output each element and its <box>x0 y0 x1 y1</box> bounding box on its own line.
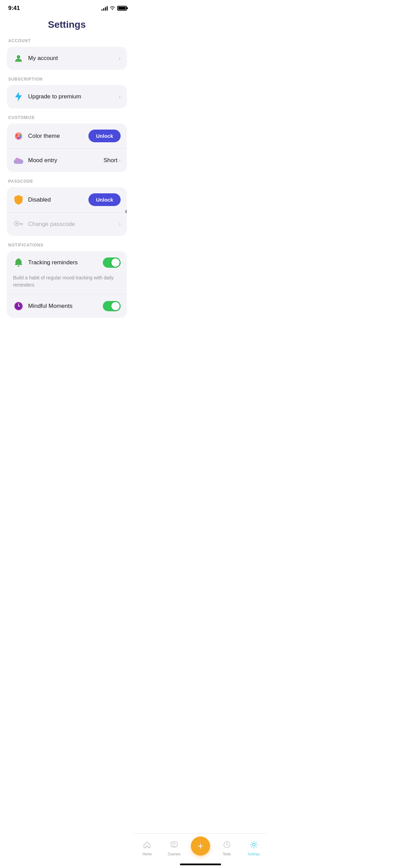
color-theme-row[interactable]: Color theme Unlock <box>7 123 127 148</box>
my-account-chevron: › <box>119 55 121 61</box>
page-title: Settings <box>0 14 134 37</box>
bell-icon <box>13 257 24 268</box>
svg-rect-15 <box>20 224 21 225</box>
passcode-disabled-label: Disabled <box>28 196 88 203</box>
signal-icon <box>101 6 108 11</box>
change-passcode-label: Change passcode <box>28 221 119 228</box>
svg-point-7 <box>16 136 18 138</box>
svg-point-12 <box>16 222 18 225</box>
account-card: My account › <box>7 47 127 70</box>
svg-point-6 <box>18 137 20 139</box>
section-label-passcode: PASSCODE <box>7 179 127 184</box>
subscription-card: Upgrade to premium › <box>7 85 127 108</box>
mood-entry-label: Mood entry <box>28 157 104 164</box>
tracking-reminders-toggle[interactable] <box>103 257 121 268</box>
svg-point-2 <box>16 134 18 136</box>
svg-point-3 <box>18 133 20 135</box>
svg-point-5 <box>20 136 21 138</box>
section-label-subscription: SUBSCRIPTION <box>7 77 127 82</box>
svg-point-4 <box>20 134 21 136</box>
status-time: 9:41 <box>8 5 20 12</box>
upgrade-label: Upgrade to premium <box>28 93 119 100</box>
mood-entry-value: Short <box>104 157 118 164</box>
mood-entry-chevron: › <box>119 157 121 164</box>
shield-icon <box>13 194 24 205</box>
cloud-icon <box>13 155 24 166</box>
section-label-customize: CUSTOMIZE <box>7 115 127 120</box>
notifications-card: Tracking reminders Build a habit of regu… <box>7 251 127 318</box>
mindful-moments-toggle[interactable] <box>103 301 121 311</box>
settings-content: ACCOUNT My account › SUBSCRIPTION Upgrad… <box>0 38 134 358</box>
tracking-reminders-label: Tracking reminders <box>28 259 103 266</box>
change-passcode-row: Change passcode › <box>7 212 127 236</box>
change-passcode-chevron: › <box>119 221 121 227</box>
svg-point-10 <box>18 159 22 162</box>
status-icons <box>101 5 127 11</box>
my-account-row[interactable]: My account › <box>7 47 127 70</box>
upgrade-chevron: › <box>119 94 121 100</box>
tracking-reminders-description: Build a habit of regular mood tracking w… <box>7 274 127 294</box>
status-bar: 9:41 <box>0 0 134 14</box>
color-theme-unlock-button[interactable]: Unlock <box>88 130 121 142</box>
svg-rect-19 <box>18 306 20 306</box>
scroll-indicator <box>125 210 127 213</box>
upgrade-premium-row[interactable]: Upgrade to premium › <box>7 85 127 108</box>
customize-card: Color theme Unlock Mood entry Short › <box>7 123 127 172</box>
passcode-disabled-row[interactable]: Disabled Unlock <box>7 187 127 212</box>
mindful-moments-label: Mindful Moments <box>28 303 103 310</box>
mindful-moments-row[interactable]: Mindful Moments <box>7 294 127 318</box>
color-theme-label: Color theme <box>28 133 88 140</box>
svg-rect-13 <box>19 223 23 224</box>
key-icon <box>13 219 24 230</box>
passcode-card: Disabled Unlock Change passcode › <box>7 187 127 236</box>
svg-point-0 <box>17 55 20 59</box>
tracking-reminders-row[interactable]: Tracking reminders <box>7 251 127 274</box>
section-label-notifications: NOTIFICATIONS <box>7 243 127 248</box>
lightning-icon <box>13 91 24 102</box>
clock-icon <box>13 301 24 312</box>
section-label-account: ACCOUNT <box>7 38 127 43</box>
palette-icon <box>13 131 24 142</box>
svg-rect-14 <box>22 224 23 226</box>
passcode-unlock-button[interactable]: Unlock <box>88 193 121 206</box>
my-account-label: My account <box>28 55 119 62</box>
mood-entry-row[interactable]: Mood entry Short › <box>7 148 127 172</box>
battery-icon <box>117 6 127 11</box>
person-icon <box>13 53 24 64</box>
wifi-icon <box>110 5 115 11</box>
